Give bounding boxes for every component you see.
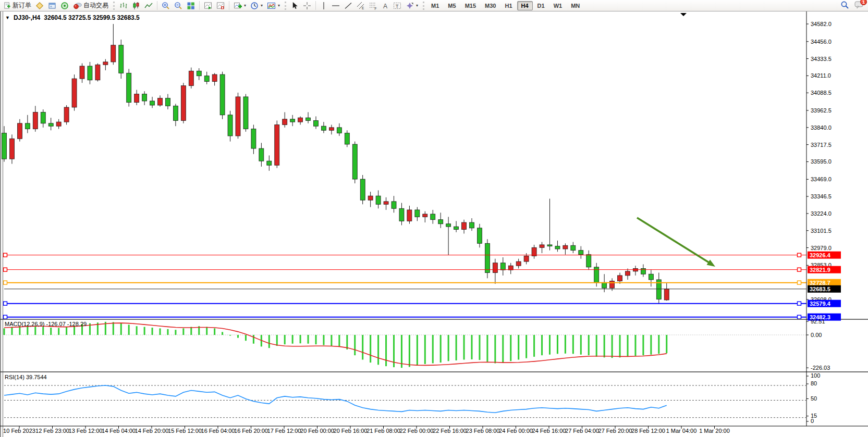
macd-bar	[401, 335, 402, 368]
zoom-in-button[interactable]	[160, 1, 172, 11]
line-handle[interactable]	[4, 253, 7, 257]
macd-bar	[634, 335, 636, 356]
price-tick-label: 34582.0	[811, 21, 832, 27]
macd-bar	[596, 335, 597, 357]
macd-bar	[338, 335, 340, 346]
timeframe-button-M30[interactable]: M30	[481, 1, 500, 10]
macd-indicator-label: MACD(12,26,9) -126.07 -128.29	[5, 321, 87, 327]
arrows-tool-button[interactable]: ▾	[404, 1, 420, 11]
macd-bar	[167, 329, 168, 335]
profile-prev-button[interactable]	[214, 1, 227, 11]
timeframe-button-M5[interactable]: M5	[444, 1, 460, 10]
line-chart-mode-button[interactable]	[142, 1, 155, 11]
date-label: 17 Feb 12:00	[267, 428, 301, 434]
line-handle[interactable]	[798, 302, 801, 305]
line-handle[interactable]	[4, 302, 7, 305]
macd-bar	[619, 335, 621, 357]
candle-down	[228, 115, 233, 136]
indicators-button[interactable]: ▾	[231, 1, 248, 11]
timeframe-button-D1[interactable]: D1	[533, 1, 549, 10]
macd-bar	[533, 335, 535, 357]
toolbar-grip[interactable]	[423, 2, 424, 10]
candle-up	[508, 266, 513, 270]
chart-title: ▼ DJ30-,H4 32604.5 32725.5 32599.5 32683…	[5, 14, 140, 21]
horizontal-line-tool-button[interactable]	[329, 1, 342, 11]
toolbar: 新订单 自动交易	[0, 0, 868, 11]
macd-bar	[323, 335, 324, 345]
toolbar-separator	[315, 1, 316, 10]
cursor-icon	[291, 2, 299, 9]
templates-button[interactable]: ▾	[265, 1, 282, 11]
toolbar-grip[interactable]	[285, 2, 286, 10]
periods-button[interactable]: ▾	[248, 1, 265, 11]
line-handle[interactable]	[798, 315, 801, 319]
line-handle[interactable]	[4, 268, 7, 271]
date-label: 27 Feb 20:00	[598, 428, 632, 434]
fibonacci-tool-button[interactable]: F	[367, 1, 380, 11]
vertical-line-tool-button[interactable]	[318, 1, 329, 11]
macd-bar	[237, 335, 239, 338]
price-tick-label: 34088.5	[811, 90, 832, 96]
line-handle[interactable]	[4, 281, 7, 284]
search-icon[interactable]	[840, 1, 849, 11]
signal-icon	[60, 2, 69, 10]
candle-up	[111, 45, 116, 62]
notifications-button[interactable]: 1	[854, 1, 864, 10]
price-badge-text: 32821.9	[810, 267, 830, 273]
timeframe-button-W1[interactable]: W1	[549, 1, 567, 10]
macd-bar	[666, 335, 667, 353]
profile-next-button[interactable]	[202, 1, 214, 11]
tile-windows-button[interactable]	[185, 1, 197, 11]
price-tick-label: 33595.0	[811, 158, 832, 165]
candle-down	[352, 144, 357, 179]
timeframe-button-M15[interactable]: M15	[461, 1, 480, 10]
price-tick-label: 34211.0	[811, 72, 831, 79]
macd-bar	[300, 335, 301, 343]
auto-trading-button[interactable]: 自动交易	[71, 1, 111, 11]
dropdown-caret-icon: ▾	[261, 3, 263, 8]
candlestick-mode-button[interactable]	[130, 1, 142, 11]
line-handle[interactable]	[798, 281, 801, 284]
line-handle[interactable]	[4, 315, 7, 319]
macd-bar	[424, 335, 426, 364]
signals-button[interactable]	[58, 1, 71, 11]
zoom-out-button[interactable]	[172, 1, 185, 11]
candle-up	[103, 62, 108, 65]
candle-up	[626, 271, 630, 276]
candle-down	[555, 246, 560, 249]
collapse-arrow-icon[interactable]: ▼	[5, 15, 10, 20]
candle-down	[376, 196, 381, 204]
candle-up	[64, 107, 69, 122]
market-watch-button[interactable]	[33, 1, 46, 11]
candle-down	[306, 118, 311, 120]
toolbar-grip[interactable]	[113, 2, 115, 10]
macd-bar	[612, 335, 613, 358]
macd-tick-label: 92.51	[811, 318, 825, 324]
candle-up	[80, 66, 84, 79]
candle-down	[586, 255, 591, 267]
text-label-tool-button[interactable]: T	[391, 1, 404, 11]
terminal-window-button[interactable]	[46, 1, 58, 11]
line-handle[interactable]	[798, 253, 801, 257]
macd-bar	[206, 327, 207, 335]
timeframe-button-MN[interactable]: MN	[567, 1, 584, 10]
candle-up	[610, 281, 615, 288]
candle-up	[516, 261, 521, 266]
crosshair-tool-button[interactable]	[301, 1, 313, 11]
chart-canvas[interactable]: 34582.034456.034333.534211.034088.533962…	[0, 0, 868, 437]
line-handle[interactable]	[798, 268, 801, 271]
svg-text:F: F	[375, 6, 377, 10]
cursor-tool-button[interactable]	[289, 1, 301, 11]
new-order-button[interactable]: 新订单	[1, 1, 33, 11]
equidistant-channel-tool-button[interactable]: E	[354, 1, 367, 11]
macd-bar	[362, 335, 363, 359]
timeframe-button-H4[interactable]: H4	[517, 1, 533, 10]
timeframe-button-M1[interactable]: M1	[427, 1, 443, 10]
candle-down	[579, 251, 583, 255]
price-badge-32728.7: 32728.7	[808, 279, 841, 286]
timeframe-button-H1[interactable]: H1	[500, 1, 516, 10]
trendline-tool-button[interactable]	[342, 1, 354, 11]
macd-bar	[549, 335, 551, 355]
bar-chart-mode-button[interactable]	[117, 1, 130, 11]
text-tool-button[interactable]: A	[380, 1, 391, 11]
